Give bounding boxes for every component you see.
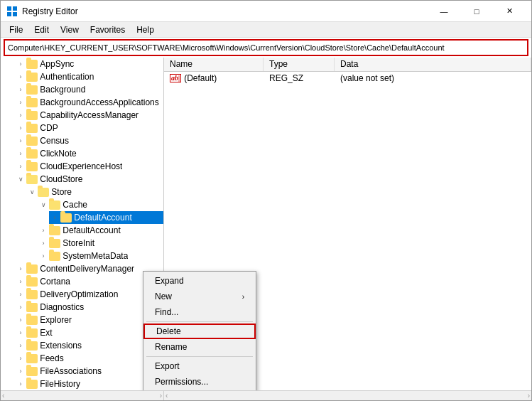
tree-panel[interactable]: › AppSync › Authentication › Background … [1,58,164,390]
toggle-fileassociations[interactable]: › [15,365,26,377]
ctx-delete[interactable]: Delete [143,324,256,339]
detail-hscroll[interactable]: ‹ › [164,391,531,400]
folder-icon-backgroundaccess [26,98,38,107]
tree-item-cache[interactable]: ∨ Cache [38,198,163,211]
toggle-storeinit[interactable]: › [38,237,49,249]
toggle-extensions[interactable]: › [15,340,26,351]
toggle-deliveryopt[interactable]: › [15,289,26,300]
toggle-cdp[interactable]: › [15,122,26,134]
toggle-clicknote[interactable]: › [15,148,26,159]
label-storeinit: StoreInit [63,238,94,248]
detail-row-default[interactable]: ab| (Default) REG_SZ (value not set) [164,72,531,85]
toggle-filehistory[interactable]: › [15,378,26,390]
scroll-right-arrow[interactable]: › [160,392,162,400]
detail-scroll-right[interactable]: › [528,392,530,400]
menu-help[interactable]: Help [131,23,160,36]
ctx-new[interactable]: New › [143,289,256,304]
tree-item-appsync[interactable]: › AppSync [15,58,163,70]
toggle-defaultaccount-selected[interactable]: › [49,212,60,223]
toggle-cloudexperiencehost[interactable]: › [15,161,26,172]
menu-edit[interactable]: Edit [28,23,55,36]
tree-item-cloudstore[interactable]: ∨ CloudStore [15,173,163,186]
label-clicknote: ClickNote [40,149,76,159]
tree-item-cortana[interactable]: › Cortana [15,275,163,288]
toggle-authentication[interactable]: › [15,71,26,82]
ctx-export[interactable]: Export [143,358,256,374]
ctx-expand[interactable]: Expand [143,273,256,289]
tree-item-diagnostics[interactable]: › Diagnostics [15,301,163,314]
tree-item-contentdelivery[interactable]: › ContentDeliveryManager [15,262,163,275]
label-ext: Ext [40,328,52,338]
tree-item-defaultaccount2[interactable]: › DefaultAccount [38,224,163,237]
toggle-capabilityaccess[interactable]: › [15,109,26,121]
tree-hscroll[interactable]: ‹ › [1,391,164,400]
minimize-button[interactable]: — [428,1,460,22]
tree-item-background[interactable]: › Background [15,83,163,96]
app-icon [6,6,18,17]
tree-item-extensions[interactable]: › Extensions [15,339,163,352]
toggle-store[interactable]: ∨ [26,186,38,198]
folder-icon-authentication [26,73,38,82]
label-appsync: AppSync [40,59,74,69]
tree-item-fileassociations[interactable]: › FileAssociations [15,365,163,378]
folder-icon-census [26,137,38,146]
ctx-permissions[interactable]: Permissions... [143,374,256,390]
toggle-backgroundaccess[interactable]: › [15,97,26,108]
toggle-cache[interactable]: ∨ [38,199,49,210]
maximize-button[interactable]: □ [460,1,493,22]
tree-item-clicknote[interactable]: › ClickNote [15,147,163,160]
tree-item-census[interactable]: › Census [15,134,163,147]
tree-item-cloudexperiencehost[interactable]: › CloudExperienceHost [15,160,163,173]
toggle-cortana[interactable]: › [15,276,26,287]
tree-item-feeds[interactable]: › Feeds [15,352,163,365]
label-extensions: Extensions [40,341,82,351]
folder-icon-defaultaccount2 [49,226,60,235]
toggle-background[interactable]: › [15,84,26,95]
folder-icon-ext [26,328,38,338]
close-button[interactable]: ✕ [493,1,526,22]
col-data: Data [335,58,531,71]
toggle-ext[interactable]: › [15,327,26,338]
toggle-feeds[interactable]: › [15,353,26,364]
tree-item-capabilityaccess[interactable]: › CapabilityAccessManager [15,109,163,122]
ctx-find-label: Find... [155,307,178,317]
tree-item-ext[interactable]: › Ext [15,326,163,339]
ctx-rename-label: Rename [155,342,187,352]
toggle-census[interactable]: › [15,135,26,146]
tree-item-storeinit[interactable]: › StoreInit [38,237,163,250]
tree-item-authentication[interactable]: › Authentication [15,70,163,83]
svg-rect-1 [13,6,17,11]
tree-item-systemmetadata[interactable]: › SystemMetaData [38,250,163,262]
folder-icon-clicknote [26,149,38,159]
address-bar[interactable]: Computer\HKEY_CURRENT_USER\SOFTWARE\Micr… [4,39,528,56]
tree-item-explorer[interactable]: › Explorer [15,314,163,326]
tree-item-cdp[interactable]: › CDP [15,122,163,134]
menu-file[interactable]: File [4,23,28,36]
toggle-cloudstore[interactable]: ∨ [15,173,26,185]
tree-item-store[interactable]: ∨ Store [26,186,163,198]
detail-scroll-left[interactable]: ‹ [165,392,168,400]
label-defaultaccount-selected: DefaultAccount [74,213,131,223]
cell-name-default: ab| (Default) [167,73,266,83]
tree-item-filehistory[interactable]: › FileHistory [15,378,163,390]
ctx-find[interactable]: Find... [143,304,256,320]
tree-item-deliveryopt[interactable]: › DeliveryOptimization [15,288,163,301]
menu-view[interactable]: View [55,23,85,36]
menu-favorites[interactable]: Favorites [85,23,131,36]
folder-icon-deliveryopt [26,290,38,299]
label-filehistory: FileHistory [40,379,80,389]
toggle-appsync[interactable]: › [15,58,26,70]
toggle-diagnostics[interactable]: › [15,301,26,313]
tree-item-backgroundaccess[interactable]: › BackgroundAccessApplications [15,96,163,109]
toggle-systemmetadata[interactable]: › [38,250,49,262]
label-contentdelivery: ContentDeliveryManager [40,264,134,274]
toggle-contentdelivery[interactable]: › [15,263,26,274]
label-census: Census [40,136,69,146]
tree-item-defaultaccount-selected[interactable]: › DefaultAccount [49,211,163,224]
ctx-rename[interactable]: Rename [143,339,256,355]
toggle-explorer[interactable]: › [15,314,26,326]
folder-icon-extensions [26,341,38,351]
horizontal-scrollbar: ‹ › ‹ › [1,390,531,400]
scroll-left-arrow[interactable]: ‹ [2,392,4,400]
toggle-defaultaccount2[interactable]: › [38,225,49,236]
